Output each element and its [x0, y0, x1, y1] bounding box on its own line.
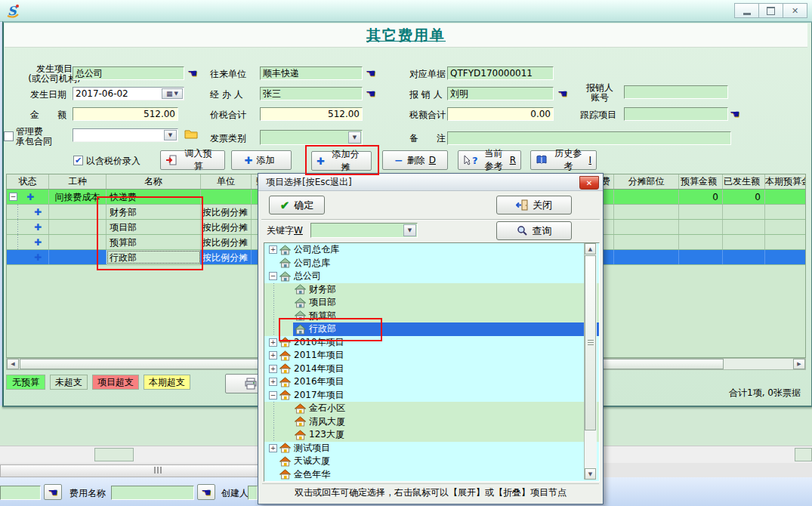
cell-budget-amount[interactable]: [679, 220, 723, 234]
tree-item[interactable]: +测试项目: [264, 442, 599, 455]
import-budget-button[interactable]: 调入预算: [160, 150, 225, 170]
cell-budget-amount[interactable]: [679, 235, 723, 249]
tree-expander-icon[interactable]: −: [269, 272, 277, 280]
occur-project-reference-icon[interactable]: ☚: [187, 66, 197, 80]
cell-period-budget[interactable]: [765, 205, 805, 219]
chevron-down-icon[interactable]: ▼: [348, 131, 361, 143]
tree-item[interactable]: +公司总仓库: [264, 243, 599, 257]
tree-item[interactable]: 财务部: [264, 283, 599, 297]
amount-input[interactable]: 512.00: [73, 107, 178, 121]
cell-budget-amount[interactable]: [679, 250, 723, 264]
reimburser-account-input[interactable]: [624, 85, 728, 99]
close-button[interactable]: ✕: [783, 3, 807, 18]
reimburser-reference-icon[interactable]: ☚: [557, 87, 567, 100]
row-expander-icon[interactable]: −: [9, 193, 17, 201]
tree-item[interactable]: 123大厦: [264, 428, 599, 442]
cell-period-budget[interactable]: [765, 220, 805, 234]
cell-allocation-part[interactable]: [614, 205, 679, 219]
tree-expander-icon[interactable]: −: [269, 391, 277, 400]
tree-item[interactable]: 天诚大厦: [264, 455, 599, 468]
cell-allocation-part[interactable]: [614, 190, 679, 204]
cell-allocation-part[interactable]: [614, 250, 679, 264]
doc-no-input[interactable]: QTFYD170000011: [447, 66, 554, 80]
cell-work-kind[interactable]: [49, 220, 107, 234]
tracking-project-reference-icon[interactable]: ☚: [730, 107, 739, 121]
cell-incurred-amount[interactable]: 0: [723, 190, 765, 204]
tree-item[interactable]: 金石小区: [264, 402, 599, 415]
tree-expander-icon[interactable]: +: [269, 365, 277, 373]
scroll-up-button[interactable]: ▲: [585, 243, 596, 255]
creator-input[interactable]: [248, 486, 258, 500]
folder-icon[interactable]: [184, 128, 198, 140]
cell-period-budget[interactable]: [765, 190, 805, 204]
tree-item[interactable]: −总公司: [264, 270, 599, 283]
cell-incurred-amount[interactable]: [723, 235, 765, 249]
tree-item[interactable]: 行政部: [264, 322, 599, 336]
cell-name[interactable]: 项目部: [107, 220, 201, 234]
bottom-left-input[interactable]: [0, 486, 41, 500]
tree-item[interactable]: 公司总库: [264, 257, 599, 270]
chevron-down-icon[interactable]: ▼: [403, 224, 416, 236]
cell-unit[interactable]: 按比例分摊: [201, 220, 252, 234]
cell-unit[interactable]: [201, 190, 252, 204]
cell-allocation-part[interactable]: [614, 220, 679, 234]
tree-expander-icon[interactable]: +: [269, 444, 277, 452]
cell-incurred-amount[interactable]: [723, 220, 765, 234]
price-tax-total-input[interactable]: 512.00: [260, 107, 363, 121]
tax-total-input[interactable]: 0.00: [447, 107, 554, 121]
scrollbar-thumb[interactable]: [585, 255, 596, 430]
invoice-type-select[interactable]: ▼: [260, 130, 363, 145]
tree-vertical-scrollbar[interactable]: ▲ ▼: [584, 243, 597, 480]
tracking-project-input[interactable]: [624, 107, 728, 121]
chevron-down-icon[interactable]: ▼: [164, 130, 177, 140]
cell-work-kind[interactable]: [49, 235, 107, 249]
tree-item[interactable]: +2014年项目: [264, 363, 599, 376]
scroll-down-button[interactable]: ▼: [585, 468, 596, 480]
keyword-combo[interactable]: ▼: [310, 223, 418, 238]
history-reference-button[interactable]: 历史参考I: [530, 150, 597, 170]
cell-budget-amount[interactable]: [679, 205, 723, 219]
cell-name[interactable]: 行政部: [107, 250, 201, 264]
fee-name-input[interactable]: [111, 486, 194, 500]
add-button[interactable]: ✚ 添加: [231, 150, 292, 170]
cell-work-kind[interactable]: 间接费成本: [49, 190, 107, 204]
mgmt-fee-contract-select[interactable]: ▼: [73, 128, 178, 142]
scroll-left-button[interactable]: ◀: [7, 359, 19, 369]
tree-item[interactable]: 预算部: [264, 310, 599, 323]
fee-name-reference-button[interactable]: ☚: [197, 484, 215, 500]
reimburser-input[interactable]: 刘明: [447, 87, 554, 100]
delete-button[interactable]: − 删除D: [382, 150, 448, 170]
confirm-button[interactable]: ✔ 确定: [269, 196, 325, 214]
mgmt-fee-contract-checkbox[interactable]: ✔: [4, 131, 14, 141]
cell-unit[interactable]: 按比例分摊: [201, 235, 252, 249]
tree-expander-icon[interactable]: +: [269, 245, 277, 254]
cell-name[interactable]: 快递费: [107, 190, 201, 204]
cell-work-kind[interactable]: [49, 250, 107, 264]
add-allocation-button[interactable]: ✚ 添加分摊: [311, 151, 372, 171]
tree-item[interactable]: +2016年项目: [264, 375, 599, 389]
tree-item[interactable]: 金色年华: [264, 468, 599, 482]
cell-period-budget[interactable]: [765, 250, 805, 264]
counterparty-reference-icon[interactable]: ☚: [366, 66, 375, 80]
cell-allocation-part[interactable]: [614, 235, 679, 249]
tree-expander-icon[interactable]: +: [269, 351, 277, 359]
tax-included-checkbox[interactable]: ✔: [73, 156, 83, 165]
dialog-close-button[interactable]: ✕: [579, 176, 599, 190]
occur-project-input[interactable]: 总公司: [73, 66, 184, 80]
handler-input[interactable]: 张三: [260, 87, 363, 100]
dialog-close-action-button[interactable]: 关闭: [496, 196, 572, 214]
cell-name[interactable]: 预算部: [107, 235, 201, 249]
tree-item[interactable]: 项目部: [264, 296, 599, 310]
search-button[interactable]: 查询: [496, 221, 572, 240]
counterparty-input[interactable]: 顺丰快递: [260, 66, 363, 80]
handler-reference-icon[interactable]: ☚: [366, 87, 375, 100]
cell-unit[interactable]: 按比例分摊: [201, 205, 252, 219]
tree-item[interactable]: 清风大厦: [264, 415, 599, 429]
occur-date-input[interactable]: 2017-06-02 ▦ ▼: [73, 87, 184, 100]
cell-work-kind[interactable]: [49, 205, 107, 219]
cell-unit[interactable]: 按比例分摊: [201, 250, 252, 264]
tree-expander-icon[interactable]: +: [269, 338, 277, 347]
current-reference-button[interactable]: ? 当前参考R: [458, 150, 521, 170]
tree-expander-icon[interactable]: +: [269, 378, 277, 386]
tree-item[interactable]: +2011年项目: [264, 349, 599, 363]
